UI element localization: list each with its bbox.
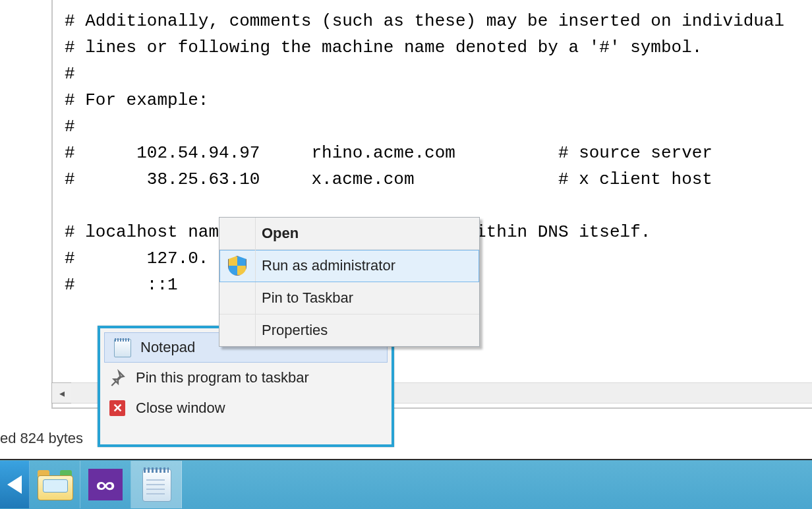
status-bar-text: ed 824 bytes	[0, 430, 83, 447]
jump-list-close[interactable]: ✕ Close window	[100, 393, 392, 423]
context-menu-open[interactable]: Open	[219, 218, 479, 250]
notepad-icon	[141, 467, 171, 502]
context-icon-col	[219, 218, 256, 249]
jump-pin-label: Pin this program to taskbar	[136, 369, 309, 386]
context-menu-pin-taskbar[interactable]: Pin to Taskbar	[219, 282, 479, 314]
context-icon-col	[219, 282, 256, 314]
taskbar-file-explorer[interactable]	[30, 461, 80, 508]
context-open-label: Open	[262, 225, 299, 242]
visual-studio-icon: ∞	[88, 469, 123, 500]
close-icon: ✕	[108, 399, 127, 417]
context-pin-label: Pin to Taskbar	[262, 289, 353, 307]
jump-app-label: Notepad	[140, 339, 195, 356]
context-icon-col	[219, 250, 256, 282]
notepad-icon	[113, 338, 131, 357]
context-menu: Open Run as administrator Pin to Taskbar…	[219, 217, 480, 347]
context-menu-properties[interactable]: Properties	[219, 314, 479, 346]
scroll-left-button[interactable]: ◂	[51, 382, 72, 404]
uac-shield-icon	[228, 256, 246, 276]
context-menu-run-admin[interactable]: Run as administrator	[219, 250, 479, 282]
jump-close-label: Close window	[136, 400, 225, 417]
start-icon	[7, 475, 22, 494]
taskbar-notepad[interactable]	[131, 461, 182, 508]
taskbar: ∞	[0, 459, 812, 509]
file-explorer-icon	[38, 470, 72, 499]
jump-list-pin[interactable]: Pin this program to taskbar	[100, 363, 392, 393]
context-properties-label: Properties	[262, 322, 328, 339]
pin-icon	[108, 369, 127, 387]
taskbar-visual-studio[interactable]: ∞	[80, 461, 131, 508]
context-icon-col	[219, 314, 256, 346]
context-run-admin-label: Run as administrator	[262, 257, 395, 274]
taskbar-start[interactable]	[0, 461, 30, 508]
